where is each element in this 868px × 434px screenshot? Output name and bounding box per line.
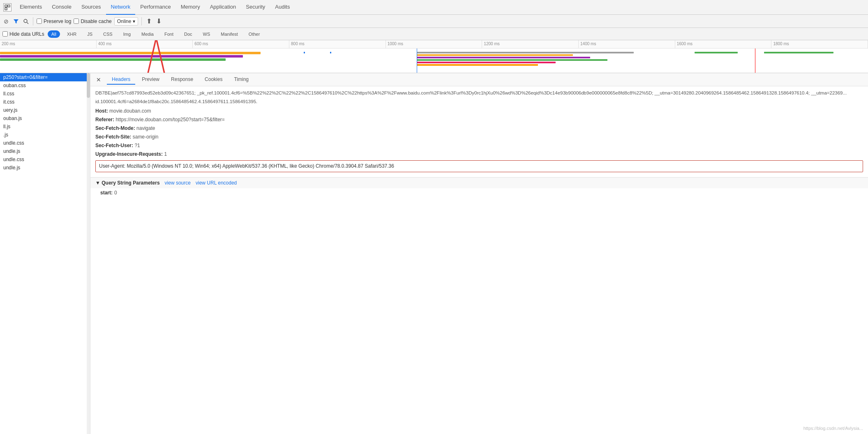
tab-application[interactable]: Application	[205, 0, 241, 15]
throttle-label: Online	[117, 18, 132, 24]
close-detail-button[interactable]: ✕	[94, 76, 104, 84]
ruler-mark-400: 400 ms	[97, 40, 193, 48]
disable-cache-checkbox[interactable]	[74, 18, 79, 24]
sidebar-item-2[interactable]: ll.css	[0, 90, 90, 98]
sub-tab-timing[interactable]: Timing	[229, 75, 254, 85]
download-icon[interactable]: ⬇	[155, 18, 162, 25]
ruler-mark-800: 800 ms	[289, 40, 386, 48]
filter-row: Hide data URLs All XHR JS CSS Img Media …	[0, 28, 868, 40]
stop-recording-icon[interactable]: ⊘	[2, 18, 10, 25]
sub-tab-response[interactable]: Response	[166, 75, 198, 85]
cookie-value-2: id.100001.4cf6=a2684de1f8abc20c.15864854…	[95, 98, 863, 105]
sub-tab-cookies[interactable]: Cookies	[200, 75, 227, 85]
tab-elements[interactable]: Elements	[15, 0, 47, 15]
filter-manifest-button[interactable]: Manifest	[217, 30, 242, 38]
referer-header: Referer: https://movie.douban.com/top250…	[95, 116, 863, 124]
upgrade-header: Upgrade-Insecure-Requests: 1	[95, 150, 863, 158]
sec-fetch-mode-header: Sec-Fetch-Mode: navigate	[95, 125, 863, 132]
panel-toggle-button[interactable]	[3, 3, 12, 12]
sidebar-scrollbar[interactable]	[87, 73, 90, 434]
sidebar-item-8[interactable]: undle.css	[0, 139, 90, 147]
filter-css-button[interactable]: CSS	[99, 30, 116, 38]
upgrade-key: Upgrade-Insecure-Requests:	[95, 151, 163, 157]
host-header: Host: movie.douban.com	[95, 107, 863, 115]
param-start: start: 0	[100, 190, 858, 196]
network-toolbar: ⊘ Preserve log Disable cache Online ▾ ⬆ …	[0, 15, 868, 28]
ruler-mark-1200: 1200 ms	[482, 40, 579, 48]
tab-network[interactable]: Network	[106, 0, 136, 15]
sec-fetch-mode-key: Sec-Fetch-Mode:	[95, 125, 135, 131]
timeline-area: 200 ms 400 ms 600 ms 800 ms 1000 ms 1200…	[0, 40, 868, 73]
tab-console[interactable]: Console	[47, 0, 76, 15]
separator-1	[33, 17, 33, 25]
watermark: https://blog.csdn.net/Avlysia...	[803, 426, 863, 431]
search-icon[interactable]	[22, 18, 30, 25]
filter-icon[interactable]	[12, 18, 20, 25]
sec-fetch-user-header: Sec-Fetch-User: ?1	[95, 142, 863, 150]
tab-security[interactable]: Security	[241, 0, 270, 15]
user-agent-value: Mozilla/5.0 (Windows NT 10.0; Win64; x64…	[127, 163, 394, 169]
network-sidebar: p250?start=0&filter= ouban.css ll.css it…	[0, 73, 90, 434]
sub-tab-preview[interactable]: Preview	[137, 75, 164, 85]
sub-tab-headers[interactable]: Headers	[107, 75, 135, 85]
svg-rect-1	[8, 5, 10, 7]
sidebar-item-3[interactable]: it.css	[0, 98, 90, 106]
host-key: Host:	[95, 108, 108, 114]
details-panel: ✕ Headers Preview Response Cookies Timin…	[90, 73, 868, 434]
filter-xhr-button[interactable]: XHR	[63, 30, 80, 38]
timeline-ruler: 200 ms 400 ms 600 ms 800 ms 1000 ms 1200…	[0, 40, 868, 48]
sidebar-item-11[interactable]: undle.js	[0, 164, 90, 172]
ruler-mark-600: 600 ms	[193, 40, 289, 48]
sidebar-item-0[interactable]: p250?start=0&filter=	[0, 73, 90, 81]
sidebar-item-5[interactable]: ouban.js	[0, 114, 90, 122]
referer-key: Referer:	[95, 117, 114, 122]
ruler-mark-200: 200 ms	[0, 40, 97, 48]
param-start-key: start:	[100, 190, 113, 196]
tab-memory[interactable]: Memory	[176, 0, 205, 15]
view-url-encoded-link[interactable]: view URL encoded	[196, 180, 237, 186]
timeline-bars	[0, 48, 868, 73]
headers-content: DB7BE|aef757cd87993ed52eb3d09c42367651; …	[90, 86, 868, 177]
throttle-select[interactable]: Online ▾	[114, 17, 139, 25]
tab-performance[interactable]: Performance	[135, 0, 175, 15]
tab-sources[interactable]: Sources	[76, 0, 106, 15]
preserve-log-checkbox[interactable]	[37, 18, 42, 24]
svg-rect-2	[5, 8, 7, 10]
preserve-log-label[interactable]: Preserve log	[37, 18, 71, 24]
sec-fetch-site-key: Sec-Fetch-Site:	[95, 134, 131, 140]
filter-font-button[interactable]: Font	[161, 30, 177, 38]
filter-ws-button[interactable]: WS	[199, 30, 214, 38]
devtools-tab-bar: Elements Console Sources Network Perform…	[0, 0, 868, 15]
sidebar-item-10[interactable]: undle.css	[0, 155, 90, 164]
disable-cache-label[interactable]: Disable cache	[74, 18, 111, 24]
hide-data-urls-checkbox[interactable]	[2, 31, 8, 37]
view-source-link[interactable]: view source	[165, 180, 191, 186]
sidebar-item-1[interactable]: ouban.css	[0, 81, 90, 90]
filter-img-button[interactable]: Img	[120, 30, 134, 38]
sec-fetch-user-value: ?1	[134, 143, 140, 148]
filter-doc-button[interactable]: Doc	[180, 30, 196, 38]
ruler-mark-1600: 1600 ms	[675, 40, 772, 48]
host-value: movie.douban.com	[109, 108, 151, 114]
hide-data-urls-text: Hide data URLs	[9, 31, 44, 37]
filter-all-button[interactable]: All	[48, 30, 60, 38]
filter-other-button[interactable]: Other	[245, 30, 264, 38]
filter-media-button[interactable]: Media	[138, 30, 157, 38]
separator-2	[141, 17, 142, 25]
ruler-mark-1800: 1800 ms	[771, 40, 868, 48]
upload-icon[interactable]: ⬆	[145, 18, 152, 25]
sidebar-item-6[interactable]: ll.js	[0, 122, 90, 131]
sidebar-item-4[interactable]: uery.js	[0, 106, 90, 114]
sec-fetch-user-key: Sec-Fetch-User:	[95, 143, 133, 148]
sidebar-item-7[interactable]: .js	[0, 131, 90, 139]
sidebar-item-9[interactable]: undle.js	[0, 147, 90, 155]
preserve-log-text: Preserve log	[44, 18, 71, 24]
throttle-dropdown-icon: ▾	[133, 18, 135, 24]
param-start-value: 0	[114, 190, 117, 196]
detail-sub-tabs: ✕ Headers Preview Response Cookies Timin…	[90, 73, 868, 86]
tab-audits[interactable]: Audits	[270, 0, 295, 15]
disable-cache-text: Disable cache	[81, 18, 111, 24]
filter-js-button[interactable]: JS	[83, 30, 96, 38]
hide-data-urls-label[interactable]: Hide data URLs	[2, 31, 44, 37]
sec-fetch-site-value: same-origin	[133, 134, 159, 140]
